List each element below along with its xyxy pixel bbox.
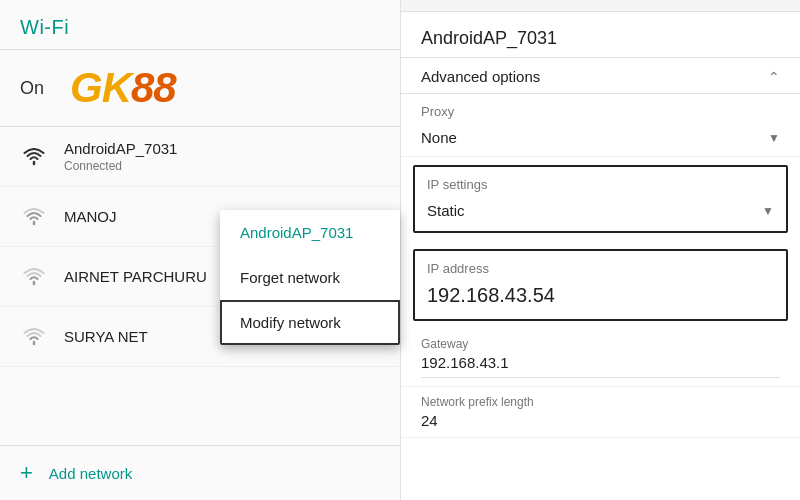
proxy-label: Proxy — [401, 94, 800, 123]
prefix-section: Network prefix length 24 — [401, 387, 800, 438]
context-menu-modify[interactable]: Modify network — [220, 300, 400, 345]
add-network-item[interactable]: + Add network — [0, 445, 400, 500]
network-name: AndroidAP_7031 — [64, 140, 380, 157]
add-network-label: Add network — [49, 465, 132, 482]
wifi-toggle-row: On GK88 — [0, 50, 400, 127]
gateway-value: 192.168.43.1 — [421, 354, 780, 378]
gk-text: GK — [70, 64, 131, 112]
context-menu-forget[interactable]: Forget network — [220, 255, 400, 300]
wifi-signal-icon — [20, 268, 48, 286]
ip-address-value: 192.168.43.54 — [415, 280, 786, 319]
gateway-label: Gateway — [421, 337, 780, 351]
ip-settings-label: IP settings — [415, 167, 786, 196]
num-text: 88 — [131, 64, 176, 112]
ip-address-section: IP address 192.168.43.54 — [413, 249, 788, 321]
context-menu-network-name[interactable]: AndroidAP_7031 — [220, 210, 400, 255]
ip-settings-dropdown[interactable]: Static ▼ — [415, 196, 786, 231]
wifi-title: Wi-Fi — [20, 16, 69, 38]
top-bar — [401, 0, 800, 12]
wifi-on-label: On — [20, 78, 50, 99]
advanced-options-label: Advanced options — [421, 68, 540, 85]
chevron-down-icon: ▼ — [768, 131, 780, 145]
proxy-dropdown[interactable]: None ▼ — [421, 129, 780, 146]
proxy-value: None — [421, 129, 457, 146]
gk88-logo: GK88 — [70, 64, 176, 112]
wifi-signal-icon — [20, 208, 48, 226]
wifi-signal-icon — [20, 148, 48, 166]
network-status: Connected — [64, 159, 380, 173]
ip-settings-section: IP settings Static ▼ — [413, 165, 788, 233]
wifi-panel: Wi-Fi On GK88 AndroidAP_7031 Connected — [0, 0, 400, 500]
wifi-signal-icon — [20, 328, 48, 346]
chevron-up-icon: ⌃ — [768, 69, 780, 85]
advanced-options-row[interactable]: Advanced options ⌃ — [401, 58, 800, 94]
context-menu: AndroidAP_7031 Forget network Modify net… — [220, 210, 400, 345]
gateway-section: Gateway 192.168.43.1 — [401, 329, 800, 387]
prefix-label: Network prefix length — [421, 395, 780, 409]
list-item[interactable]: AndroidAP_7031 Connected — [0, 127, 400, 187]
wifi-header: Wi-Fi — [0, 0, 400, 50]
ip-settings-value: Static — [427, 202, 465, 219]
right-panel: AndroidAP_7031 Advanced options ⌃ Proxy … — [400, 0, 800, 500]
ip-address-label: IP address — [415, 251, 786, 280]
chevron-down-icon: ▼ — [762, 204, 774, 218]
network-info: AndroidAP_7031 Connected — [64, 140, 380, 173]
proxy-dropdown-row: None ▼ — [401, 123, 800, 157]
add-icon: + — [20, 460, 33, 486]
prefix-value: 24 — [421, 412, 780, 429]
dialog-title: AndroidAP_7031 — [401, 12, 800, 58]
